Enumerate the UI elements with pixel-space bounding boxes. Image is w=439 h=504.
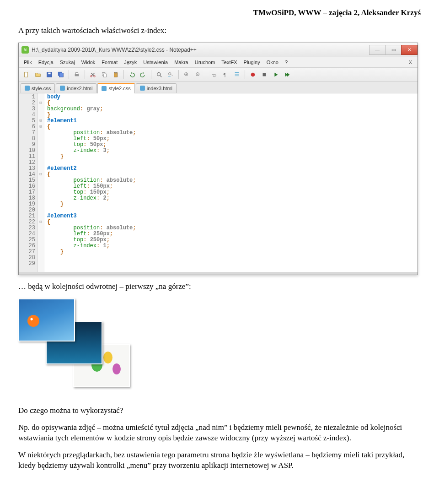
tab-label: style2.css [108,86,130,91]
replace-icon[interactable] [166,70,176,80]
menu-szukaj[interactable]: Szukaj [57,59,78,66]
tab-label: index2.html [67,86,92,91]
close-button[interactable]: ✕ [401,45,418,55]
menu-edycja[interactable]: Edycja [35,59,57,66]
svg-rect-12 [115,72,117,74]
print-icon[interactable] [72,70,82,80]
zoom-out-icon[interactable] [193,70,203,80]
file-icon [140,86,145,91]
toolbar-separator [123,70,124,79]
file-icon [102,86,107,91]
tab-index3-html[interactable]: index3.html [136,83,177,93]
menu-plik[interactable]: Plik [21,59,35,66]
menu-pluginy[interactable]: Pluginy [241,59,263,66]
svg-rect-10 [103,74,106,77]
save-all-icon[interactable] [56,70,66,80]
svg-point-14 [169,73,171,75]
balloon-icon [112,363,121,374]
line-numbers: 1234567891011121314151617181920212223242… [19,93,37,272]
menubar: Plik Edycja Szukaj Widok Format Język Us… [19,57,418,68]
zoom-in-icon[interactable] [182,70,192,80]
editor-area[interactable]: 1234567891011121314151617181920212223242… [19,93,418,275]
save-icon[interactable] [44,70,54,80]
titlebar: N H:\_dydaktyka 2009-2010\_Kurs WWW\z2\2… [19,43,418,57]
paragraph-2: W niektórych przeglądarkach, bez ustawie… [18,450,421,471]
minimize-button[interactable]: — [369,45,385,55]
toolbar-separator [151,70,151,79]
balloon-icon [103,352,112,363]
intro-text: A przy takich wartościach właściwości z-… [18,26,421,36]
macro-play-multi-icon[interactable] [282,70,292,80]
code-content[interactable]: body{background: gray;}#element1{ positi… [44,93,139,272]
svg-rect-0 [25,72,28,77]
window-title: H:\_dydaktyka 2009-2010\_Kurs WWW\z2\2\s… [32,47,369,53]
demo-image-1 [18,298,75,341]
svg-rect-19 [263,73,266,76]
toolbar-separator [245,70,245,79]
notepad-window: N H:\_dydaktyka 2009-2010\_Kurs WWW\z2\2… [18,43,418,275]
show-all-chars-icon[interactable]: ¶ [220,70,230,80]
tab-style-css[interactable]: style.css [21,83,55,93]
tab-bar: style.css index2.html style2.css index3.… [19,82,418,93]
menu-textfx[interactable]: TextFX [218,59,240,66]
undo-icon[interactable] [127,70,137,80]
menu-widok[interactable]: Widok [78,59,99,66]
zindex-demo [18,298,146,399]
wordwrap-icon[interactable] [209,70,219,80]
toolbar-separator [178,70,179,79]
menu-ustawienia[interactable]: Ustawienia [140,59,171,66]
menu-makra[interactable]: Makra [171,59,192,66]
tab-label: style.css [32,86,51,91]
svg-point-13 [157,73,161,76]
menu-okno[interactable]: Okno [263,59,282,66]
menu-help[interactable]: ? [282,59,291,66]
svg-point-18 [251,73,255,77]
macro-stop-icon[interactable] [259,70,269,80]
file-icon [25,86,30,91]
open-file-icon[interactable] [33,70,43,80]
new-file-icon[interactable] [21,70,32,80]
svg-rect-2 [48,73,50,75]
menu-jezyk[interactable]: Język [121,59,140,66]
redo-icon[interactable] [138,70,148,80]
cut-icon[interactable] [88,70,98,80]
tab-index2-html[interactable]: index2.html [56,83,96,93]
menu-format[interactable]: Format [98,59,121,66]
indent-guide-icon[interactable] [232,70,242,80]
toolbar-separator [85,70,85,79]
paragraph-1: Np. do opisywania zdjęć – można umieścić… [18,423,421,444]
svg-text:¶: ¶ [224,72,226,77]
menu-uruchom[interactable]: Uruchom [192,59,219,66]
paste-icon[interactable] [111,70,121,80]
page-header: TMwOSiPD, WWW – zajęcia 2, Aleksander Kr… [18,8,421,17]
tab-label: index3.html [147,86,172,91]
window-buttons: — ▭ ✕ [369,45,418,55]
svg-rect-6 [75,73,78,75]
menu-close-doc[interactable]: X [406,59,416,66]
maximize-button[interactable]: ▭ [385,45,402,55]
macro-record-icon[interactable] [248,70,258,80]
question-text: Do czego można to wykorzystać? [18,406,421,416]
toolbar-separator [69,70,69,79]
tab-style2-css[interactable]: style2.css [97,83,134,93]
toolbar-separator [206,70,206,79]
svg-rect-4 [59,73,64,77]
fold-column: ⊟ ⊟⊟ ⊟ ⊟ [37,93,44,272]
copy-icon[interactable] [99,70,109,80]
app-icon: N [21,46,29,54]
find-icon[interactable] [154,70,164,80]
macro-play-icon[interactable] [271,70,281,80]
toolbar: ¶ [19,68,418,82]
file-icon [60,86,65,91]
after-editor-text: … będą w kolejności odwrotnej – pierwszy… [18,282,421,292]
